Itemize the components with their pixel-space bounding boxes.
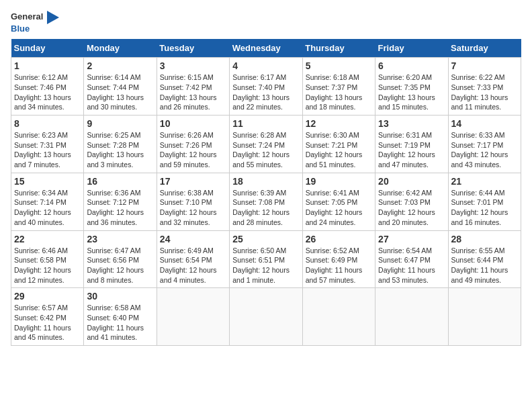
day-cell-6: 6 Sunrise: 6:20 AMSunset: 7:35 PMDayligh…: [375, 58, 448, 116]
logo-arrow: [47, 11, 59, 24]
day-cell-28: 28 Sunrise: 6:55 AMSunset: 6:44 PMDaylig…: [448, 230, 521, 288]
day-cell-5: 5 Sunrise: 6:18 AMSunset: 7:37 PMDayligh…: [302, 58, 375, 116]
day-cell-29: 29 Sunrise: 6:57 AMSunset: 6:42 PMDaylig…: [11, 288, 84, 346]
day-number: 3: [160, 60, 226, 71]
day-info: Sunrise: 6:28 AMSunset: 7:24 PMDaylight:…: [232, 130, 299, 170]
day-info: Sunrise: 6:47 AMSunset: 6:56 PMDaylight:…: [87, 246, 153, 285]
day-cell-7: 7 Sunrise: 6:22 AMSunset: 7:33 PMDayligh…: [448, 58, 521, 116]
day-cell-8: 8 Sunrise: 6:23 AMSunset: 7:31 PMDayligh…: [11, 116, 84, 173]
header-row: SundayMondayTuesdayWednesdayThursdayFrid…: [11, 39, 521, 58]
day-number: 18: [232, 176, 299, 187]
day-cell-23: 23 Sunrise: 6:47 AMSunset: 6:56 PMDaylig…: [84, 230, 157, 288]
day-number: 9: [87, 118, 153, 129]
day-cell-15: 15 Sunrise: 6:34 AMSunset: 7:14 PMDaylig…: [11, 173, 84, 230]
day-info: Sunrise: 6:15 AMSunset: 7:42 PMDaylight:…: [160, 73, 226, 112]
week-row-5: 29 Sunrise: 6:57 AMSunset: 6:42 PMDaylig…: [11, 288, 521, 346]
day-number: 14: [451, 118, 518, 129]
day-cell-14: 14 Sunrise: 6:33 AMSunset: 7:17 PMDaylig…: [448, 116, 521, 173]
day-cell-16: 16 Sunrise: 6:36 AMSunset: 7:12 PMDaylig…: [84, 173, 157, 230]
day-number: 10: [160, 118, 226, 129]
day-number: 24: [160, 234, 226, 244]
day-cell-2: 2 Sunrise: 6:14 AMSunset: 7:44 PMDayligh…: [84, 58, 157, 116]
day-number: 26: [306, 234, 372, 244]
day-info: Sunrise: 6:12 AMSunset: 7:46 PMDaylight:…: [14, 73, 81, 112]
day-cell-13: 13 Sunrise: 6:31 AMSunset: 7:19 PMDaylig…: [375, 116, 448, 173]
day-info: Sunrise: 6:31 AMSunset: 7:19 PMDaylight:…: [378, 130, 445, 170]
column-header-friday: Friday: [375, 39, 448, 58]
day-info: Sunrise: 6:50 AMSunset: 6:51 PMDaylight:…: [232, 246, 299, 285]
logo: General Blue: [11, 11, 59, 34]
day-cell-4: 4 Sunrise: 6:17 AMSunset: 7:40 PMDayligh…: [230, 58, 302, 116]
week-row-3: 15 Sunrise: 6:34 AMSunset: 7:14 PMDaylig…: [11, 173, 521, 230]
empty-cell: [448, 288, 521, 346]
day-number: 7: [451, 60, 518, 71]
header: General Blue: [11, 11, 521, 34]
day-number: 17: [160, 176, 226, 187]
day-info: Sunrise: 6:23 AMSunset: 7:31 PMDaylight:…: [14, 130, 81, 170]
logo-blue: Blue: [11, 24, 30, 34]
day-number: 21: [451, 176, 518, 187]
day-info: Sunrise: 6:39 AMSunset: 7:08 PMDaylight:…: [232, 188, 299, 228]
day-info: Sunrise: 6:36 AMSunset: 7:12 PMDaylight:…: [87, 188, 153, 228]
day-cell-19: 19 Sunrise: 6:41 AMSunset: 7:05 PMDaylig…: [302, 173, 375, 230]
day-number: 1: [14, 60, 81, 71]
day-cell-21: 21 Sunrise: 6:44 AMSunset: 7:01 PMDaylig…: [448, 173, 521, 230]
day-number: 8: [14, 118, 81, 129]
day-cell-25: 25 Sunrise: 6:50 AMSunset: 6:51 PMDaylig…: [230, 230, 302, 288]
day-cell-27: 27 Sunrise: 6:54 AMSunset: 6:47 PMDaylig…: [375, 230, 448, 288]
column-header-monday: Monday: [84, 39, 157, 58]
day-cell-22: 22 Sunrise: 6:46 AMSunset: 6:58 PMDaylig…: [11, 230, 84, 288]
day-cell-18: 18 Sunrise: 6:39 AMSunset: 7:08 PMDaylig…: [230, 173, 302, 230]
day-number: 19: [306, 176, 372, 187]
day-number: 27: [378, 234, 445, 244]
day-info: Sunrise: 6:14 AMSunset: 7:44 PMDaylight:…: [87, 73, 153, 112]
day-number: 29: [14, 291, 81, 302]
day-cell-1: 1 Sunrise: 6:12 AMSunset: 7:46 PMDayligh…: [11, 58, 84, 116]
day-number: 15: [14, 176, 81, 187]
day-info: Sunrise: 6:38 AMSunset: 7:10 PMDaylight:…: [160, 188, 226, 228]
empty-cell: [302, 288, 375, 346]
day-number: 28: [451, 234, 518, 244]
day-info: Sunrise: 6:57 AMSunset: 6:42 PMDaylight:…: [14, 303, 81, 342]
day-info: Sunrise: 6:44 AMSunset: 7:01 PMDaylight:…: [451, 188, 518, 228]
day-number: 2: [87, 60, 153, 71]
day-info: Sunrise: 6:42 AMSunset: 7:03 PMDaylight:…: [378, 188, 445, 228]
day-info: Sunrise: 6:33 AMSunset: 7:17 PMDaylight:…: [451, 130, 518, 170]
column-header-sunday: Sunday: [11, 39, 84, 58]
day-info: Sunrise: 6:34 AMSunset: 7:14 PMDaylight:…: [14, 188, 81, 228]
day-cell-3: 3 Sunrise: 6:15 AMSunset: 7:42 PMDayligh…: [157, 58, 229, 116]
day-number: 11: [232, 118, 299, 129]
svg-marker-0: [47, 11, 59, 24]
day-info: Sunrise: 6:55 AMSunset: 6:44 PMDaylight:…: [451, 246, 518, 285]
column-header-thursday: Thursday: [302, 39, 375, 58]
day-info: Sunrise: 6:22 AMSunset: 7:33 PMDaylight:…: [451, 73, 518, 112]
day-cell-17: 17 Sunrise: 6:38 AMSunset: 7:10 PMDaylig…: [157, 173, 229, 230]
day-cell-10: 10 Sunrise: 6:26 AMSunset: 7:26 PMDaylig…: [157, 116, 229, 173]
empty-cell: [375, 288, 448, 346]
day-cell-9: 9 Sunrise: 6:25 AMSunset: 7:28 PMDayligh…: [84, 116, 157, 173]
day-info: Sunrise: 6:26 AMSunset: 7:26 PMDaylight:…: [160, 130, 226, 170]
day-number: 4: [232, 60, 299, 71]
day-cell-11: 11 Sunrise: 6:28 AMSunset: 7:24 PMDaylig…: [230, 116, 302, 173]
day-number: 30: [87, 291, 153, 302]
day-info: Sunrise: 6:30 AMSunset: 7:21 PMDaylight:…: [306, 130, 372, 170]
day-cell-20: 20 Sunrise: 6:42 AMSunset: 7:03 PMDaylig…: [375, 173, 448, 230]
column-header-tuesday: Tuesday: [157, 39, 229, 58]
week-row-4: 22 Sunrise: 6:46 AMSunset: 6:58 PMDaylig…: [11, 230, 521, 288]
day-info: Sunrise: 6:46 AMSunset: 6:58 PMDaylight:…: [14, 246, 81, 285]
week-row-2: 8 Sunrise: 6:23 AMSunset: 7:31 PMDayligh…: [11, 116, 521, 173]
day-info: Sunrise: 6:58 AMSunset: 6:40 PMDaylight:…: [87, 303, 153, 342]
day-cell-12: 12 Sunrise: 6:30 AMSunset: 7:21 PMDaylig…: [302, 116, 375, 173]
day-number: 25: [232, 234, 299, 244]
day-number: 13: [378, 118, 445, 129]
day-info: Sunrise: 6:54 AMSunset: 6:47 PMDaylight:…: [378, 246, 445, 285]
empty-cell: [157, 288, 229, 346]
empty-cell: [230, 288, 302, 346]
day-info: Sunrise: 6:49 AMSunset: 6:54 PMDaylight:…: [160, 246, 226, 285]
column-header-saturday: Saturday: [448, 39, 521, 58]
day-cell-24: 24 Sunrise: 6:49 AMSunset: 6:54 PMDaylig…: [157, 230, 229, 288]
day-info: Sunrise: 6:18 AMSunset: 7:37 PMDaylight:…: [306, 73, 372, 112]
day-number: 12: [306, 118, 372, 129]
logo-general: General: [11, 11, 43, 21]
day-number: 6: [378, 60, 445, 71]
